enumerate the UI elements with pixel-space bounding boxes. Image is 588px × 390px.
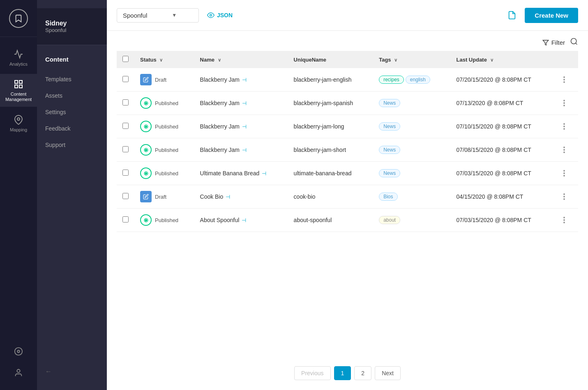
- nav-item-feedback[interactable]: Feedback: [37, 120, 107, 137]
- link-icon[interactable]: ⊣: [242, 77, 247, 83]
- doc-icon-btn[interactable]: [504, 7, 520, 23]
- actions-cell: [554, 138, 578, 162]
- previous-page-button[interactable]: Previous: [294, 366, 330, 380]
- svg-point-21: [145, 219, 147, 221]
- tags-cell: recipesenglish: [373, 68, 450, 92]
- row-checkbox-5[interactable]: [122, 193, 129, 199]
- col-last-update: Last Update ∨: [451, 51, 555, 68]
- link-icon[interactable]: ⊣: [226, 194, 230, 200]
- create-new-button[interactable]: Create New: [525, 8, 578, 23]
- link-icon[interactable]: ⊣: [242, 217, 246, 223]
- last-update-cell: 07/20/15/2020 @ 8:08PM CT: [451, 68, 555, 92]
- nav-item-settings[interactable]: Settings: [37, 104, 107, 120]
- published-icon: [140, 214, 152, 226]
- published-icon: [140, 144, 152, 156]
- status-label: Published: [155, 217, 178, 223]
- more-options-button[interactable]: [560, 192, 568, 202]
- item-name: Cook Bio: [200, 193, 224, 200]
- sidebar-collapse-btn[interactable]: ←: [37, 361, 107, 382]
- tag-badge: News: [379, 99, 400, 107]
- more-options-button[interactable]: [560, 215, 568, 225]
- row-checkbox-6[interactable]: [122, 216, 129, 223]
- svg-point-13: [145, 102, 147, 104]
- workspace-dropdown-value: Spoonful: [123, 12, 147, 19]
- search-button[interactable]: [570, 37, 578, 48]
- row-checkbox-0[interactable]: [122, 76, 129, 82]
- row-checkbox-2[interactable]: [122, 123, 129, 129]
- sidebar-item-analytics[interactable]: Analytics: [0, 41, 37, 74]
- filter-icon: [542, 39, 549, 46]
- status-sort-icon[interactable]: ∨: [159, 57, 163, 62]
- item-name: Blackberry Jam: [200, 147, 240, 153]
- tag-badge: about: [379, 216, 400, 224]
- row-checkbox-3[interactable]: [122, 146, 129, 152]
- actions-cell: [554, 115, 578, 138]
- table-row: Published Ultimate Banana Bread ⊣ ultima…: [117, 162, 578, 185]
- status-cell: Published: [134, 115, 194, 138]
- nav-item-support[interactable]: Support: [37, 137, 107, 153]
- more-options-button[interactable]: [560, 98, 568, 108]
- unique-name-cell: about-spoonful: [288, 209, 374, 232]
- chevron-down-icon: ▼: [172, 12, 177, 18]
- svg-line-11: [576, 43, 577, 45]
- draft-icon: [140, 191, 152, 202]
- link-icon[interactable]: ⊣: [242, 124, 247, 130]
- table-toolbar: Filter: [117, 31, 578, 51]
- status-label: Published: [155, 147, 178, 153]
- name-cell: About Spoonful ⊣: [194, 209, 288, 232]
- tag-badge: english: [406, 76, 430, 84]
- last-update-cell: 07/03/15/2020 @ 8:08PM CT: [451, 162, 555, 185]
- tags-cell: News: [373, 115, 450, 138]
- search-icon: [570, 37, 578, 46]
- json-toggle-btn[interactable]: JSON: [207, 11, 233, 19]
- status-cell: Published: [134, 162, 194, 185]
- row-checkbox-4[interactable]: [122, 170, 129, 176]
- more-options-button[interactable]: [560, 122, 568, 131]
- more-options-button[interactable]: [560, 75, 568, 85]
- link-icon[interactable]: ⊣: [262, 170, 266, 177]
- sidebar-logo: [0, 0, 37, 37]
- col-tags: Tags ∨: [373, 51, 450, 68]
- link-icon[interactable]: ⊣: [242, 147, 247, 153]
- unique-name-cell: blackberry-jam-spanish: [288, 92, 374, 115]
- link-icon[interactable]: ⊣: [242, 100, 247, 106]
- last-update-sort-icon[interactable]: ∨: [490, 57, 493, 62]
- collapse-arrow-icon: ←: [45, 368, 52, 375]
- status-label: Draft: [155, 194, 166, 200]
- table-row: Draft Blackberry Jam ⊣ blackberry-jam-en…: [117, 68, 578, 92]
- sidebar-item-content-management[interactable]: ContentManagement: [0, 74, 37, 107]
- filter-button[interactable]: Filter: [542, 39, 565, 46]
- svg-point-8: [210, 14, 212, 16]
- page-1-button[interactable]: 1: [334, 366, 351, 380]
- sidebar-user-btn[interactable]: [0, 362, 37, 383]
- unique-name-cell: ultimate-banana-bread: [288, 162, 374, 185]
- more-options-button[interactable]: [560, 145, 568, 155]
- row-checkbox-1[interactable]: [122, 99, 129, 106]
- item-name: Blackberry Jam: [200, 100, 240, 106]
- nav-item-templates[interactable]: Templates: [37, 71, 107, 87]
- header: Spoonful ▼ JSON Create New: [107, 0, 588, 31]
- page-2-button[interactable]: 2: [354, 366, 371, 380]
- sidebar-settings-btn[interactable]: [0, 341, 37, 362]
- tags-sort-icon[interactable]: ∨: [394, 57, 397, 62]
- grid-icon: [13, 78, 24, 90]
- sidebar-item-analytics-label: Analytics: [9, 62, 28, 67]
- content-panel: Sidney Spoonful Content Templates Assets…: [37, 0, 107, 390]
- sidebar-item-mapping[interactable]: Mapping: [0, 107, 37, 140]
- actions-cell: [554, 162, 578, 185]
- published-icon: [140, 167, 152, 179]
- next-page-button[interactable]: Next: [375, 366, 401, 380]
- unique-name-cell: blackberry-jam-short: [288, 138, 374, 162]
- workspace-dropdown[interactable]: Spoonful ▼: [117, 8, 199, 23]
- tag-badge: News: [379, 169, 400, 177]
- logo-icon: [9, 9, 28, 28]
- name-cell: Blackberry Jam ⊣: [194, 138, 288, 162]
- status-label: Published: [155, 170, 178, 177]
- more-options-button[interactable]: [560, 168, 568, 178]
- name-sort-icon[interactable]: ∨: [218, 57, 221, 62]
- item-name: About Spoonful: [200, 217, 240, 223]
- select-all-checkbox[interactable]: [122, 56, 129, 62]
- name-cell: Ultimate Banana Bread ⊣: [194, 162, 288, 185]
- json-label: JSON: [217, 12, 233, 18]
- nav-item-assets[interactable]: Assets: [37, 87, 107, 104]
